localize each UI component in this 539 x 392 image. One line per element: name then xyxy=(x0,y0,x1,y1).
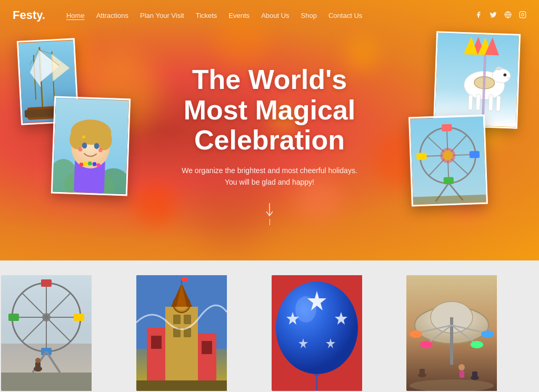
gallery-item-3[interactable] xyxy=(272,275,403,391)
gallery-section xyxy=(0,260,539,392)
svg-point-120 xyxy=(410,330,422,338)
nav-about[interactable]: About Us xyxy=(261,12,289,19)
svg-rect-39 xyxy=(476,94,481,110)
svg-point-122 xyxy=(420,341,433,348)
hero-photo-ferris-wheel xyxy=(408,115,488,207)
social-icons xyxy=(475,11,526,20)
svg-point-84 xyxy=(35,358,41,363)
instagram-icon[interactable] xyxy=(519,11,526,20)
svg-rect-60 xyxy=(470,151,480,158)
facebook-icon[interactable] xyxy=(475,11,482,20)
navbar: Festy. Home Attractions Plan Your Visit … xyxy=(0,0,539,31)
gallery-item-2[interactable] xyxy=(136,275,268,391)
web-icon[interactable] xyxy=(504,11,512,20)
svg-rect-77 xyxy=(8,314,19,321)
svg-rect-2 xyxy=(520,12,526,18)
svg-rect-41 xyxy=(496,96,501,111)
svg-rect-57 xyxy=(442,124,452,132)
svg-rect-89 xyxy=(184,315,191,324)
hero-subtitle: We organize the brightest and most cheer… xyxy=(182,165,357,188)
hero-title: The World's Most Magical Celebration xyxy=(184,65,356,155)
scroll-down-arrow[interactable] xyxy=(264,203,275,226)
svg-rect-83 xyxy=(35,362,41,371)
svg-rect-75 xyxy=(41,279,52,287)
site-logo[interactable]: Festy. xyxy=(13,8,45,22)
svg-point-121 xyxy=(481,330,494,338)
nav-shop[interactable]: Shop xyxy=(301,12,317,19)
gallery-item-1[interactable] xyxy=(1,275,133,391)
svg-rect-98 xyxy=(151,336,162,349)
nav-links: Home Attractions Plan Your Visit Tickets… xyxy=(66,11,475,20)
hero-section: Festy. Home Attractions Plan Your Visit … xyxy=(0,0,539,260)
svg-rect-102 xyxy=(182,277,188,282)
svg-rect-38 xyxy=(468,95,473,110)
svg-point-123 xyxy=(471,341,483,348)
svg-point-110 xyxy=(295,296,316,323)
nav-home[interactable]: Home xyxy=(66,12,85,19)
svg-rect-88 xyxy=(173,315,181,324)
svg-rect-115 xyxy=(450,317,453,365)
nav-events[interactable]: Events xyxy=(228,12,249,19)
gallery-item-4[interactable] xyxy=(406,275,538,391)
svg-rect-59 xyxy=(416,153,427,160)
svg-rect-40 xyxy=(488,95,493,111)
hero-photo-carousel xyxy=(433,31,521,128)
svg-point-128 xyxy=(458,364,465,370)
nav-plan[interactable]: Plan Your Visit xyxy=(140,12,184,19)
svg-rect-129 xyxy=(460,370,464,378)
twitter-icon[interactable] xyxy=(490,11,497,20)
svg-rect-87 xyxy=(165,307,198,391)
svg-rect-127 xyxy=(472,371,477,380)
svg-rect-100 xyxy=(136,380,227,391)
svg-rect-99 xyxy=(202,341,212,354)
nav-tickets[interactable]: Tickets xyxy=(196,12,217,19)
hero-photo-child xyxy=(51,96,131,196)
nav-attractions[interactable]: Attractions xyxy=(96,12,128,19)
svg-rect-81 xyxy=(1,373,92,391)
svg-rect-78 xyxy=(74,314,84,321)
nav-contact[interactable]: Contact Us xyxy=(328,12,362,19)
svg-rect-125 xyxy=(420,369,425,377)
